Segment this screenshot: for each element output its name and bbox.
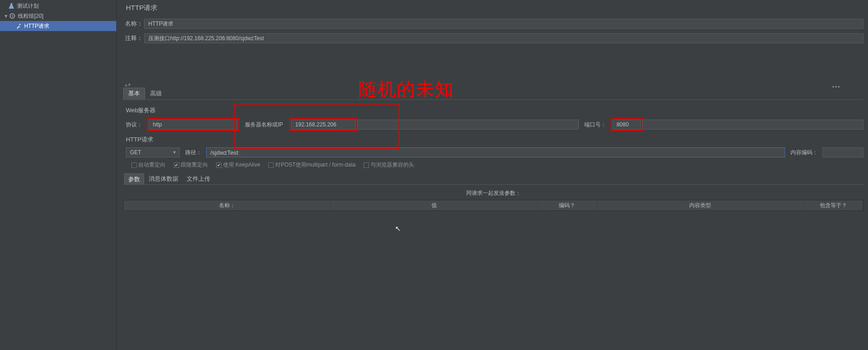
chk-auto-redirect[interactable]	[131, 162, 137, 168]
tree-http-request[interactable]: HTTP请求	[0, 21, 116, 31]
port-label: 端口号：	[584, 121, 606, 129]
path-field[interactable]	[206, 147, 785, 157]
col-encode[interactable]: 编码？	[537, 200, 597, 210]
tab-advanced[interactable]: 高级	[145, 88, 167, 99]
chk-multipart[interactable]	[268, 162, 274, 168]
highlight-port	[611, 118, 643, 131]
tree-thread-group[interactable]: ▾ 线程组[20]	[0, 11, 116, 21]
comment-label: 注释：	[123, 34, 144, 42]
page-title: HTTP请求	[126, 4, 863, 12]
method-select[interactable]: GET ▼	[126, 147, 180, 157]
lbl-browser-headers: 与浏览器兼容的头	[370, 161, 414, 169]
tree-test-plan[interactable]: ▶ 测试计划	[0, 1, 116, 11]
encoding-field[interactable]	[822, 147, 863, 157]
col-include[interactable]: 包含等于？	[804, 200, 863, 210]
params-table-body[interactable]	[123, 211, 863, 348]
caret-down-icon: ▾	[4, 13, 8, 19]
lbl-multipart: 对POST使用multipart / form-data	[275, 161, 355, 169]
col-ctype[interactable]: 内容类型	[597, 200, 804, 210]
ptab-params[interactable]: 参数	[124, 173, 144, 185]
lbl-keepalive: 使用 KeepAlive	[223, 161, 260, 169]
flask-icon	[8, 3, 15, 9]
tree-test-plan-label: 测试计划	[17, 2, 39, 10]
svg-point-1	[12, 16, 13, 17]
svg-rect-2	[19, 24, 21, 25]
server-label: 服务器名称或IP	[245, 121, 283, 129]
chevron-down-icon: ▼	[172, 150, 177, 155]
table-caption: 同请求一起发送参数：	[123, 189, 863, 197]
ptab-body[interactable]: 消息体数据	[145, 173, 182, 185]
chk-follow-redirect[interactable]	[174, 162, 179, 168]
pipette-icon	[16, 23, 22, 29]
protocol-label: 协议：	[126, 121, 142, 129]
caret-icon: ▶	[3, 3, 7, 9]
highlight-server	[289, 118, 358, 131]
row-http-request: GET ▼ 路径： 内容编码：	[126, 147, 863, 157]
row-comment: 注释：	[123, 33, 863, 43]
chk-browser-headers[interactable]	[364, 162, 369, 168]
collapse-handle-icon[interactable]: ▲▼	[123, 83, 863, 89]
col-value[interactable]: 值	[331, 200, 538, 210]
app-root: ▶ 测试计划 ▾ 线程组[20] HTTP请求 HTTP请求 名称：	[0, 0, 868, 350]
params-table: 名称： 值 编码？ 内容类型 包含等于？	[123, 200, 863, 211]
tab-basic[interactable]: 基本	[123, 88, 145, 99]
row-web-server: 协议： 服务器名称或IP 端口号：	[126, 118, 863, 131]
port-field[interactable]	[613, 120, 641, 130]
highlight-protocol	[147, 118, 239, 131]
method-value: GET	[130, 149, 172, 156]
param-tabs: 参数 消息体数据 文件上传	[124, 173, 863, 185]
ptabs-underline	[123, 184, 863, 185]
drag-handle-icon[interactable]: •••	[832, 84, 841, 90]
lbl-follow-redirect: 跟随重定向	[181, 161, 208, 169]
protocol-field[interactable]	[149, 120, 238, 130]
server-field-ext[interactable]	[357, 120, 578, 130]
chk-keepalive[interactable]	[216, 162, 222, 168]
name-field[interactable]	[144, 19, 863, 29]
config-tabs: 基本 高级	[123, 90, 863, 100]
comment-field[interactable]	[144, 33, 863, 43]
row-name: 名称：	[123, 19, 863, 29]
col-name[interactable]: 名称：	[124, 200, 331, 210]
enc-label: 内容编码：	[790, 149, 818, 157]
section-web-server: Web服务器	[126, 106, 863, 115]
tree-thread-group-label: 线程组[20]	[18, 12, 43, 20]
ptab-files[interactable]: 文件上传	[183, 173, 214, 185]
spacer	[123, 48, 863, 83]
path-label: 路径：	[185, 149, 202, 157]
section-http-request: HTTP请求	[126, 136, 863, 144]
tree-sidebar: ▶ 测试计划 ▾ 线程组[20] HTTP请求	[0, 0, 117, 350]
lbl-auto-redirect: 自动重定向	[138, 161, 166, 169]
gear-icon	[9, 13, 16, 19]
server-field[interactable]	[291, 120, 356, 130]
tree-http-request-label: HTTP请求	[24, 22, 49, 30]
row-options: 自动重定向 跟随重定向 使用 KeepAlive 对POST使用multipar…	[131, 161, 863, 169]
port-field-ext[interactable]	[642, 120, 863, 130]
name-label: 名称：	[123, 20, 144, 28]
main-panel: HTTP请求 名称： 注释： ▲▼ ••• 基本 高级 Web服务器 协议： 服…	[117, 0, 868, 350]
